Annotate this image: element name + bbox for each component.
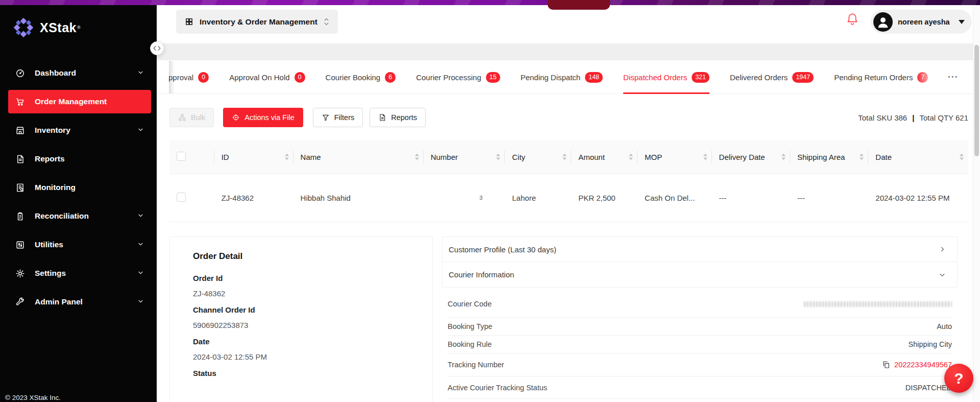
page-scrollbar <box>973 5 980 402</box>
top-brand-strip <box>0 0 980 5</box>
tracking-number-link[interactable]: 20222334949567 <box>894 361 952 369</box>
sidebar-collapse-toggle[interactable] <box>150 41 164 55</box>
channel-order-id-label: Channel Order Id <box>193 305 422 314</box>
table-row[interactable]: ZJ-48362 Hibbah Shahid 3 Lahore PKR 2,50… <box>169 174 968 222</box>
sidebar-item-reconciliation[interactable]: Reconciliation <box>8 204 151 228</box>
top-center-notch <box>548 0 610 10</box>
user-icon <box>875 14 891 30</box>
notifications-bell[interactable] <box>846 12 861 28</box>
sort-icon[interactable] <box>415 154 419 160</box>
copy-icon[interactable] <box>882 361 890 369</box>
col-number[interactable]: Number <box>424 140 505 174</box>
tab-courier-processing[interactable]: Courier Processing 15 <box>416 60 500 94</box>
total-sku: Total SKU 386 <box>858 113 907 122</box>
actions-via-file-button[interactable]: Actions via File <box>223 108 303 127</box>
sidebar-item-dashboard[interactable]: Dashboard <box>8 61 151 85</box>
xstak-logo-icon <box>12 16 35 39</box>
col-shipping-area[interactable]: Shipping Area <box>790 140 868 174</box>
app-selector-label: Inventory & Order Management <box>200 17 317 27</box>
col-amount[interactable]: Amount <box>571 140 638 174</box>
sort-icon[interactable] <box>781 154 786 160</box>
select-updown-icon <box>324 17 329 26</box>
channel-order-id-value: 5906902253873 <box>193 321 422 329</box>
detail-side-panel: Customer Profile (Last 30 days) Courier … <box>442 237 958 402</box>
col-id[interactable]: ID <box>214 140 293 174</box>
col-name[interactable]: Name <box>293 140 424 174</box>
tab-label: Courier Booking <box>326 73 381 82</box>
copyright-text: © 2023 XStak Inc. <box>5 394 61 401</box>
order-status-label: Status <box>193 369 422 377</box>
sort-icon[interactable] <box>960 154 964 160</box>
filters-button[interactable]: Filters <box>313 108 363 127</box>
tab-delivered-orders[interactable]: Delivered Orders 1947 <box>730 60 814 94</box>
tabs-overflow-button[interactable]: ⋯ <box>947 70 959 83</box>
clipboard-icon <box>15 211 25 221</box>
sort-icon[interactable] <box>703 154 707 160</box>
sidebar-item-settings[interactable]: Settings <box>8 262 151 285</box>
sort-icon[interactable] <box>285 154 289 160</box>
booking-rule-row: Booking Rule Shipping City <box>448 336 952 353</box>
cell-number: 3 <box>424 174 505 222</box>
sort-icon[interactable] <box>562 154 567 160</box>
sidebar-item-label: Monitoring <box>35 183 76 192</box>
tab-count-badge: 0 <box>198 72 209 83</box>
chevron-down-icon <box>137 211 144 221</box>
tab-pending-return-orders[interactable]: Pending Return Orders 7 <box>834 60 928 94</box>
reports-button[interactable]: Reports <box>370 108 426 127</box>
total-qty: Total QTY 621 <box>919 113 968 122</box>
col-delivery-date[interactable]: Delivery Date <box>712 140 790 174</box>
actions-label: Actions via File <box>244 113 295 122</box>
col-label: MOP <box>645 153 662 161</box>
tab-courier-booking[interactable]: Courier Booking 6 <box>326 60 396 94</box>
select-all-checkbox[interactable] <box>177 152 186 161</box>
sidebar-item-utilities[interactable]: Utilities <box>8 233 151 256</box>
bulk-button[interactable]: Bulk <box>169 108 214 127</box>
tab-approval-on-hold[interactable]: Approval On Hold 0 <box>229 60 305 94</box>
col-city[interactable]: City <box>505 140 571 174</box>
logo-text: XStak® <box>40 16 81 39</box>
sidebar-item-label: Utilities <box>35 240 63 249</box>
sidebar-item-label: Reports <box>35 154 65 163</box>
tab-approval[interactable]: Approval 0 <box>169 60 209 94</box>
header-divider-band <box>157 43 973 60</box>
tab-label: Pending Dispatch <box>521 73 581 82</box>
help-button[interactable]: ? <box>944 364 973 393</box>
tab-count-badge: 1947 <box>792 72 814 83</box>
sort-icon[interactable] <box>860 154 864 160</box>
caret-down-icon <box>959 20 965 24</box>
cell-city: Lahore <box>505 174 571 222</box>
user-menu[interactable]: noreen ayesha <box>871 10 972 34</box>
row-select-cell <box>169 174 214 222</box>
chevron-down-icon <box>137 68 144 78</box>
sidebar-item-reports[interactable]: Reports <box>8 147 151 171</box>
logo[interactable]: XStak® <box>0 5 157 39</box>
tab-count-badge: 0 <box>295 72 305 83</box>
scrollbar-thumb[interactable] <box>974 45 979 156</box>
sidebar-item-inventory[interactable]: Inventory <box>8 119 151 142</box>
tracking-number-row: Tracking Number 20222334949567 <box>448 353 952 376</box>
booking-type-label: Booking Type <box>448 322 493 330</box>
avatar <box>873 12 893 32</box>
row-checkbox[interactable] <box>177 193 186 202</box>
sidebar-item-monitoring[interactable]: Monitoring <box>8 176 151 199</box>
sort-icon[interactable] <box>629 154 633 160</box>
col-date[interactable]: Date <box>868 140 968 174</box>
courier-code-label: Courier Code <box>448 300 492 308</box>
sidebar-nav: Dashboard Order Management Inventory Rep… <box>0 61 157 314</box>
booking-rule-value: Shipping City <box>909 340 952 348</box>
tab-pending-dispatch[interactable]: Pending Dispatch 148 <box>521 60 603 94</box>
sort-icon[interactable] <box>496 154 500 160</box>
sidebar-item-admin-panel[interactable]: Admin Panel <box>8 290 151 314</box>
cart-icon <box>15 97 25 107</box>
brand-strip-streaks <box>0 0 980 5</box>
courier-information-rows: Courier Code Booking Type Auto Booking R… <box>448 291 952 399</box>
chevron-down-icon <box>137 269 144 278</box>
customer-profile-section[interactable]: Customer Profile (Last 30 days) <box>442 237 958 262</box>
sidebar-item-order-management[interactable]: Order Management <box>8 90 151 113</box>
tab-dispatched-orders[interactable]: Dispatched Orders 321 <box>623 60 709 94</box>
courier-information-section[interactable]: Courier Information <box>442 262 958 288</box>
courier-information-label: Courier Information <box>449 270 514 279</box>
col-mop[interactable]: MOP <box>638 140 712 174</box>
app-selector[interactable]: Inventory & Order Management <box>176 10 338 34</box>
cell-amount: PKR 2,500 <box>571 174 638 222</box>
